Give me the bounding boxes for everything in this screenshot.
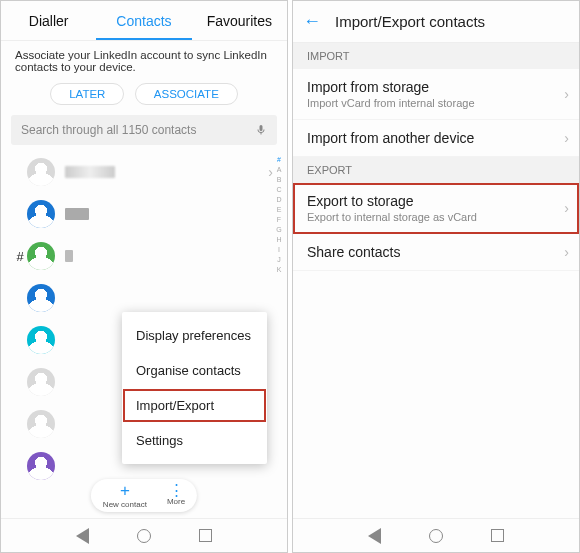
list-item[interactable]: #: [5, 235, 287, 277]
list-item[interactable]: ›: [5, 151, 287, 193]
avatar: [27, 326, 55, 354]
contact-name-redacted: [65, 166, 115, 178]
nav-recents-icon[interactable]: [491, 529, 504, 542]
nav-back-icon[interactable]: [76, 528, 89, 544]
nav-recents-icon[interactable]: [199, 529, 212, 542]
option-share-contacts[interactable]: Share contacts ›: [293, 234, 579, 271]
screen-contacts: Dialler Contacts Favourites Associate yo…: [0, 0, 288, 553]
avatar: [27, 284, 55, 312]
menu-organise-contacts[interactable]: Organise contacts: [122, 353, 267, 388]
back-arrow-icon[interactable]: ←: [303, 11, 321, 32]
mic-icon[interactable]: [255, 122, 267, 138]
menu-settings[interactable]: Settings: [122, 423, 267, 458]
list-item[interactable]: [5, 193, 287, 235]
plus-icon: +: [103, 482, 147, 499]
later-button[interactable]: LATER: [50, 83, 124, 105]
more-button[interactable]: ⋮ More: [167, 482, 185, 509]
android-navbar: [293, 518, 579, 552]
nav-home-icon[interactable]: [137, 529, 151, 543]
tab-dialler[interactable]: Dialler: [1, 1, 96, 40]
linkedin-banner-text: Associate your LinkedIn account to sync …: [1, 41, 287, 79]
more-icon: ⋮: [167, 482, 185, 498]
chevron-right-icon: ›: [564, 244, 569, 260]
chevron-right-icon: ›: [564, 86, 569, 102]
page-title: Import/Export contacts: [335, 13, 485, 30]
avatar: [27, 410, 55, 438]
chevron-right-icon: ›: [564, 200, 569, 216]
search-input[interactable]: Search through all 1150 contacts: [11, 115, 277, 145]
avatar: [27, 200, 55, 228]
group-header-export: EXPORT: [293, 157, 579, 183]
option-import-from-device[interactable]: Import from another device ›: [293, 120, 579, 157]
contact-name-redacted: [65, 208, 89, 220]
screen-import-export: ← Import/Export contacts IMPORT Import f…: [292, 0, 580, 553]
overflow-menu: Display preferences Organise contacts Im…: [122, 312, 267, 464]
contact-name-redacted: [65, 250, 73, 262]
option-export-to-storage[interactable]: Export to storage Export to internal sto…: [293, 183, 579, 234]
avatar: [27, 368, 55, 396]
new-contact-button[interactable]: + New contact: [103, 482, 147, 509]
option-import-from-storage[interactable]: Import from storage Import vCard from in…: [293, 69, 579, 120]
avatar: [27, 158, 55, 186]
fab-bar: + New contact ⋮ More: [91, 479, 197, 512]
menu-import-export[interactable]: Import/Export: [122, 388, 267, 423]
contacts-list[interactable]: › #: [1, 151, 287, 518]
section-hash: #: [13, 249, 27, 264]
group-header-import: IMPORT: [293, 43, 579, 69]
nav-back-icon[interactable]: [368, 528, 381, 544]
android-navbar: [1, 518, 287, 552]
associate-button[interactable]: ASSOCIATE: [135, 83, 238, 105]
avatar: [27, 242, 55, 270]
chevron-right-icon: ›: [564, 130, 569, 146]
alpha-index[interactable]: # A B C D E F G H I J K: [273, 151, 285, 518]
tab-favourites[interactable]: Favourites: [192, 1, 287, 40]
menu-display-preferences[interactable]: Display preferences: [122, 318, 267, 353]
nav-home-icon[interactable]: [429, 529, 443, 543]
tab-contacts[interactable]: Contacts: [96, 1, 191, 40]
avatar: [27, 452, 55, 480]
search-placeholder: Search through all 1150 contacts: [21, 123, 196, 137]
